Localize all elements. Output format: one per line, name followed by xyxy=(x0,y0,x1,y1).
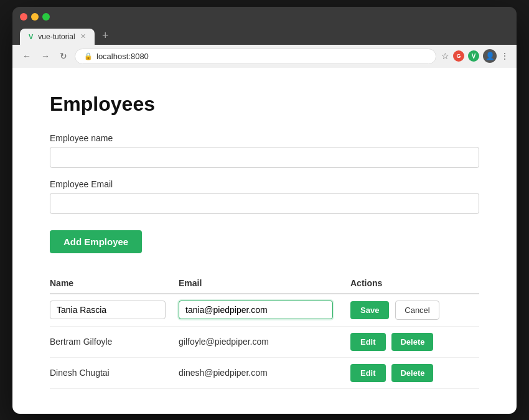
page-content: Employees Employee name Employee Email A… xyxy=(12,68,517,414)
employee-name-input[interactable] xyxy=(50,147,479,168)
minimize-button[interactable] xyxy=(31,13,39,21)
tab-title: vue-tutorial xyxy=(38,32,75,41)
row3-edit-button[interactable]: Edit xyxy=(350,364,386,382)
vue-icon: V xyxy=(29,33,33,40)
row3-name-text: Dinesh Chugtai xyxy=(50,368,110,378)
url-text: localhost:8080 xyxy=(96,52,149,61)
row2-name-cell: Bertram Gilfoyle xyxy=(50,326,179,357)
row2-edit-button[interactable]: Edit xyxy=(350,333,386,351)
new-tab-button[interactable]: + xyxy=(97,27,114,45)
email-label: Employee Email xyxy=(50,179,479,189)
table-row: Save Cancel xyxy=(50,294,479,327)
table-header: Name Email Actions xyxy=(50,273,479,294)
table-row: Dinesh Chugtai dinesh@piedpiper.com Edit… xyxy=(50,357,479,388)
lock-icon: 🔒 xyxy=(84,52,93,60)
row1-cancel-button[interactable]: Cancel xyxy=(395,301,439,320)
profile-avatar[interactable]: 👤 xyxy=(483,49,497,63)
row1-email-input[interactable] xyxy=(179,301,333,319)
back-button[interactable]: ← xyxy=(20,50,34,62)
row2-actions-cell: Edit Delete xyxy=(350,326,479,357)
row3-name-cell: Dinesh Chugtai xyxy=(50,357,179,388)
row3-email-text: dinesh@piedpiper.com xyxy=(179,368,268,378)
browser-actions: ☆ G V 👤 ⋮ xyxy=(441,49,509,63)
row3-actions-cell: Edit Delete xyxy=(350,357,479,388)
browser-window: V vue-tutorial ✕ + ← → ↻ 🔒 localhost:808… xyxy=(12,7,517,414)
address-bar[interactable]: 🔒 localhost:8080 xyxy=(75,49,436,64)
row1-name-cell xyxy=(50,294,179,327)
bookmark-icon[interactable]: ☆ xyxy=(441,51,449,61)
traffic-lights xyxy=(20,13,509,21)
name-form-group: Employee name xyxy=(50,133,479,168)
row3-delete-button[interactable]: Delete xyxy=(391,364,433,382)
row2-delete-button[interactable]: Delete xyxy=(391,333,433,351)
row2-email-cell: gilfoyle@piedpiper.com xyxy=(179,326,350,357)
row2-name-text: Bertram Gilfoyle xyxy=(50,337,112,347)
col-header-actions: Actions xyxy=(350,273,479,294)
tab-bar: V vue-tutorial ✕ + xyxy=(20,27,509,45)
col-header-email: Email xyxy=(179,273,350,294)
col-header-name: Name xyxy=(50,273,179,294)
menu-icon[interactable]: ⋮ xyxy=(500,51,509,61)
page-title: Employees xyxy=(50,93,479,116)
reload-button[interactable]: ↻ xyxy=(57,50,70,62)
forward-button[interactable]: → xyxy=(39,50,52,62)
row3-email-cell: dinesh@piedpiper.com xyxy=(179,357,350,388)
table-row: Bertram Gilfoyle gilfoyle@piedpiper.com … xyxy=(50,326,479,357)
extension-badge[interactable]: G xyxy=(453,50,464,62)
row1-actions-cell: Save Cancel xyxy=(350,294,479,327)
vue-extension-icon[interactable]: V xyxy=(468,50,479,62)
row1-email-cell xyxy=(179,294,350,327)
add-employee-button[interactable]: Add Employee xyxy=(50,230,142,253)
tab-close-icon[interactable]: ✕ xyxy=(80,32,86,40)
address-bar-row: ← → ↻ 🔒 localhost:8080 ☆ G V 👤 ⋮ xyxy=(12,45,517,68)
email-form-group: Employee Email xyxy=(50,179,479,214)
browser-chrome: V vue-tutorial ✕ + xyxy=(12,7,517,45)
employee-email-input[interactable] xyxy=(50,193,479,214)
maximize-button[interactable] xyxy=(42,13,50,21)
table-body: Save Cancel Bertram Gilfoyle gilfoyle@pi… xyxy=(50,294,479,389)
table-header-row: Name Email Actions xyxy=(50,273,479,294)
row1-save-button[interactable]: Save xyxy=(350,301,389,319)
active-tab[interactable]: V vue-tutorial ✕ xyxy=(20,29,95,45)
name-label: Employee name xyxy=(50,133,479,143)
row1-name-input[interactable] xyxy=(50,301,166,319)
close-button[interactable] xyxy=(20,13,27,21)
employee-table: Name Email Actions Save Cancel xyxy=(50,273,479,389)
row2-email-text: gilfoyle@piedpiper.com xyxy=(179,337,269,347)
